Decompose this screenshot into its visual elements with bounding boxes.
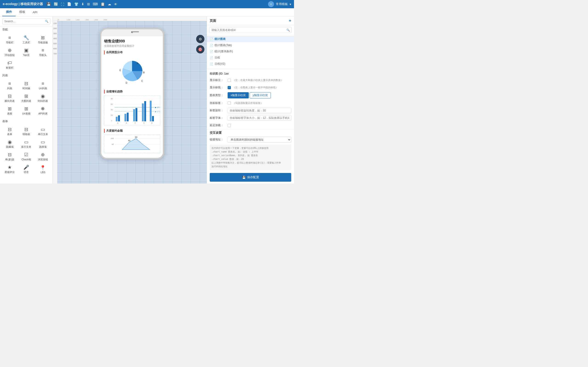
tab-api[interactable]: API	[29, 9, 41, 16]
plugin-imglist[interactable]: ⊞ 大图列表	[18, 92, 35, 105]
chart-type-x-button[interactable]: x轴显示柱状	[228, 92, 249, 98]
cloud-icon[interactable]: ☁	[108, 2, 111, 6]
plugin-singletext[interactable]: ▭ 单行文本	[35, 125, 51, 138]
page-item-p5[interactable]: 📄 日程(V2)	[207, 61, 294, 67]
plugin-navpanel[interactable]: ⊞ 导航面板	[35, 33, 51, 46]
refresh-icon[interactable]: 🔄	[54, 2, 58, 6]
ruler-left-500: 500	[53, 42, 57, 45]
tab-templates[interactable]: 模板	[16, 8, 29, 16]
plugin-urltable[interactable]: ⊞ Url表格	[18, 105, 35, 117]
plugin-starrating[interactable]: ★ 星级评分	[1, 163, 18, 176]
axis-label-label: 坐标标签：	[210, 101, 226, 105]
plugin-voice[interactable]: 🎤 语音	[18, 163, 35, 176]
show-avg-checkbox[interactable]: ✓	[228, 86, 231, 89]
bar-d2	[144, 101, 146, 121]
toolbar-label: 工具栏	[23, 41, 30, 44]
plugin-tabpage[interactable]: ▣ Tab页	[18, 46, 35, 59]
copy-icon[interactable]: 📋	[101, 2, 105, 6]
plugin-singleselect[interactable]: ⊟ 单(多)选	[1, 150, 18, 163]
ruler-top: 0 100 200 300 400 500	[53, 17, 207, 21]
link-select[interactable]: 单击图表时跳转的链接地址	[228, 137, 291, 143]
plugin-tagbar[interactable]: 🏷 标签栏	[1, 59, 18, 71]
page-item-p4[interactable]: 📄 日程	[207, 55, 294, 61]
navpanel-label: 导航面板	[38, 41, 48, 44]
label-rotate-input[interactable]	[228, 108, 291, 113]
plugin-list[interactable]: ≡ 列表	[1, 79, 18, 92]
tab-plugins[interactable]: 插件	[2, 8, 16, 16]
monthly-chart-svg: 100 80 80 90	[111, 136, 160, 152]
export-icon[interactable]: 📄	[67, 2, 71, 6]
search-input[interactable]	[2, 18, 50, 24]
avg-value-374: ▶ 37.4	[155, 106, 160, 108]
navbar-icon: ≡	[8, 35, 11, 40]
page-icon-p3: 📄	[210, 50, 213, 53]
plugin-multitext[interactable]: ▭ 多行文本	[18, 138, 35, 150]
target-float-btn[interactable]: 🎯	[196, 45, 204, 53]
code-line-2: .chart_name 图表名, 如: 业绩 : 上半年	[212, 150, 289, 154]
plugin-table[interactable]: ⊞ 表格	[1, 105, 18, 117]
page-search-input[interactable]	[209, 27, 292, 33]
download-icon[interactable]: ⬇	[81, 2, 84, 6]
plugin-urllist[interactable]: ≡ Url列表	[35, 79, 51, 92]
plugin-lbs[interactable]: 📍 LBS	[35, 163, 51, 176]
show-avg-note: （注：在图表上显示一根平均值的标线）	[233, 86, 291, 89]
template-label[interactable]: 常用模板	[276, 2, 288, 6]
save-config-button[interactable]: 💾 保存配置	[210, 173, 291, 182]
bar-chart-container: 80 60 40 20 0	[104, 95, 160, 125]
page-item-p3[interactable]: 📄 统计(查询条件)	[207, 48, 294, 55]
keyboard-icon[interactable]: ⌨	[93, 2, 98, 6]
plugin-hlist[interactable]: ⊟ 横向列表	[1, 92, 18, 105]
bar-chart-section: 业绩增长趋势 80 60 40 20 0	[104, 90, 160, 125]
axis-label-note: （勾选强制显示所有标签）	[233, 101, 291, 105]
page-item-p2[interactable]: 📄 统计图表(Tab)	[207, 42, 294, 48]
x-label-c: C	[135, 122, 136, 124]
plugin-rsslist[interactable]: ◉ RSS列表	[35, 92, 51, 105]
axis-label-checkbox[interactable]	[228, 101, 231, 105]
pie-chart-svg: A B C D E	[114, 56, 150, 86]
show-label-checkbox[interactable]	[228, 79, 231, 82]
plugin-toolbar[interactable]: 🔧 工具栏	[18, 33, 35, 46]
floatbtn-icon: ⊕	[8, 48, 12, 52]
settings-float-btn[interactable]: ⚙	[196, 35, 204, 43]
page-section-header: 页面 +	[207, 17, 294, 25]
toolbar-icon: 🔧	[23, 35, 29, 40]
plugin-detail[interactable]: ⊟ 明细表	[18, 125, 35, 138]
multitext-label: 多行文本	[21, 145, 31, 149]
eye-icon[interactable]: 👁	[114, 2, 117, 6]
section-title-form: 表单	[0, 118, 52, 124]
table-icon: ⊞	[8, 106, 12, 111]
plugin-navhead[interactable]: ≡ 导航头	[35, 46, 51, 59]
add-page-button[interactable]: +	[289, 18, 291, 23]
plugin-timeline[interactable]: ⊟ 时间轴	[18, 79, 35, 92]
fullscreen-icon[interactable]: ⛶	[61, 2, 64, 6]
delay-load-checkbox[interactable]	[228, 124, 231, 127]
pie-label-b: B	[143, 71, 145, 74]
grid-icon[interactable]: ⊞	[87, 2, 90, 6]
label-fontsize-input[interactable]	[228, 115, 291, 121]
phone-screen[interactable]: 销售业绩999 全国有效签约合同金额统计 合同类型分布	[101, 36, 163, 158]
phone-title: 销售业绩999	[104, 39, 160, 44]
link-label: 链接地址：	[210, 138, 226, 142]
chevron-down-icon[interactable]: ▾	[290, 2, 291, 6]
list-icon: ≡	[8, 81, 11, 86]
plugin-checkframe[interactable]: ☑ Check框	[18, 150, 35, 163]
y-label-60: 60	[111, 103, 113, 105]
chart-type-y-button[interactable]: y轴显示柱状	[250, 92, 271, 98]
plugin-browsebtn[interactable]: ⊕ 浏览按钮	[35, 150, 51, 163]
ruler-left-400: 400	[53, 37, 57, 40]
plugin-form[interactable]: ⊟ 表单	[1, 125, 18, 138]
navhead-icon: ≡	[42, 48, 44, 52]
save-icon[interactable]: 💾	[47, 2, 51, 6]
chart-type-label: 图表类型：	[210, 93, 226, 97]
page-item-p1[interactable]: 📄 统计图表	[207, 36, 294, 42]
y-label-20: 20	[111, 114, 113, 116]
plugin-floatbtn[interactable]: ⊕ 浮动按钮	[1, 46, 18, 59]
bar-a2	[118, 115, 120, 121]
upload-icon[interactable]: 👕	[74, 2, 78, 6]
plugin-selectitem[interactable]: ▭ 选择项	[35, 138, 51, 150]
plugin-apilist[interactable]: ❋ API列表	[35, 105, 51, 117]
plugin-navbar[interactable]: ≡ 导航栏	[1, 33, 18, 46]
singletext-label: 单行文本	[38, 133, 48, 136]
voice-label: 语音	[24, 170, 29, 174]
plugin-hidden[interactable]: ◉ 隐藏域	[1, 138, 18, 150]
